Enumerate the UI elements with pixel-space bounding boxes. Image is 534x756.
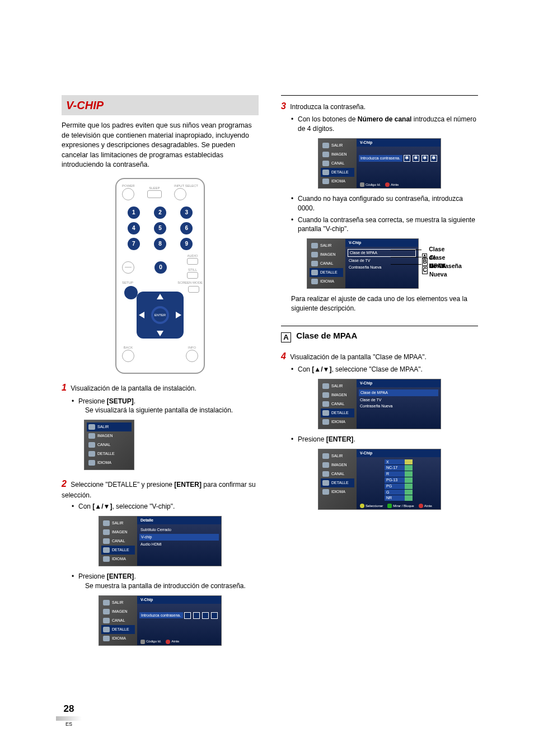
still-button[interactable] [187,272,198,279]
osd-side-item[interactable]: SALIR [112,520,123,526]
keypad-5[interactable]: 5 [154,222,166,234]
enter-button[interactable]: ENTER [153,308,167,322]
osd-side-item[interactable]: IMAGEN [112,529,128,535]
tv-icon [322,383,329,389]
input-select-button[interactable] [174,188,186,200]
osd-opt-tv[interactable]: Clase de TV [349,257,415,264]
osd-side-item[interactable]: IDIOMA [331,419,345,425]
osd-side-item[interactable]: DETALLE [331,410,349,416]
osd-side-item[interactable]: DETALLE [112,627,129,632]
osd-side-item[interactable]: IDIOMA [331,489,345,495]
rating-g[interactable]: G [385,490,405,496]
pw-digit-4[interactable]: ✱ [430,155,437,162]
osd-opt-newpw[interactable]: Contraseña Nueva [349,264,415,271]
osd-side-item[interactable]: IMAGEN [112,609,128,614]
keypad-8[interactable]: 8 [154,238,166,250]
pw-digit-3[interactable] [202,612,209,619]
osd-opt-mpaa[interactable]: Clase de MPAA [359,389,438,396]
osd-side-item[interactable]: DETALLE [320,270,338,275]
step-3-bullet-2: Cuando no haya configurado su contraseña… [291,194,478,213]
rating-x[interactable]: X [385,459,405,466]
rating-nr[interactable]: NR [385,495,405,501]
dpad-left[interactable] [139,312,144,318]
osd-side-item[interactable]: DETALLE [331,170,349,175]
rating-r[interactable]: R [385,471,405,477]
keypad-1[interactable]: 1 [128,206,140,219]
osd-side-item[interactable]: DETALLE [112,547,129,553]
keypad-3[interactable]: 3 [180,206,193,219]
screen-mode-button[interactable] [188,286,199,293]
pw-digit-2[interactable]: ✱ [413,155,419,162]
osd-side-item[interactable]: SALIR [331,143,343,148]
pw-digit-2[interactable] [193,612,200,619]
rating-pg13-toggle[interactable] [405,477,413,483]
dpad-up[interactable] [157,294,163,299]
osd-side-item[interactable]: IDIOMA [331,179,345,184]
image-icon [322,392,329,398]
step-2: 2 Seleccione "DETALLE" y presione [ENTER… [62,478,259,511]
keypad-dash[interactable]: — [122,261,134,274]
pw-digit-1[interactable]: ✱ [404,155,410,162]
osd-side-item[interactable]: CANAL [112,618,125,623]
osd-side-item[interactable]: CANAL [320,261,333,266]
osd-side-item[interactable]: CANAL [331,471,344,477]
info-button[interactable] [186,350,198,362]
dpad-right[interactable] [176,312,181,318]
osd-side-item[interactable]: IMAGEN [320,252,336,257]
osd-side-item[interactable]: SALIR [320,243,331,248]
osd-side-detalle[interactable]: DETALLE [97,451,115,457]
osd-opt-newpw[interactable]: Contraseña Nueva [360,403,437,410]
power-button[interactable] [122,188,134,200]
rating-nc17-toggle[interactable] [405,465,413,471]
keypad-0[interactable]: 0 [154,261,167,274]
back-button[interactable] [122,350,134,362]
osd-side-item[interactable]: IMAGEN [331,152,347,157]
keypad-7[interactable]: 7 [128,238,140,250]
osd-side-item[interactable]: IDIOMA [112,636,126,641]
dpad-down[interactable] [157,331,163,336]
channel-icon [322,471,329,477]
osd-row-subtitulo[interactable]: Subtítulo Cerrado [140,527,218,533]
step-4-text: Visualización de la pantalla "Clase de M… [290,353,427,361]
osd-side-item[interactable]: CANAL [331,161,344,166]
sleep-button[interactable] [147,190,162,198]
osd-detalle-title: Detalle [137,516,221,524]
osd-side-item[interactable]: IMAGEN [331,462,347,468]
setup-button[interactable] [124,286,138,299]
osd-side-item[interactable]: DETALLE [331,480,349,486]
keypad-4[interactable]: 4 [128,222,140,234]
osd-side-item[interactable]: SALIR [112,600,123,605]
rating-r-toggle[interactable] [405,471,413,477]
osd-side-idioma[interactable]: IDIOMA [97,460,111,466]
keypad-6[interactable]: 6 [180,222,193,234]
rating-pg[interactable]: PG [385,483,405,490]
rating-nc17[interactable]: NC-17 [385,465,405,471]
osd-side-item[interactable]: SALIR [331,383,343,389]
keypad-9[interactable]: 9 [180,238,193,250]
osd-side-item[interactable]: IMAGEN [331,392,347,398]
rating-pg-toggle[interactable] [405,483,413,490]
osd-row-audiohdmi[interactable]: Audio HDMI [140,541,218,548]
rating-nr-toggle[interactable] [405,495,413,501]
osd-side-item[interactable]: SALIR [331,453,343,459]
osd-row-vchip[interactable]: V-chip [139,534,219,541]
step-1-text: Visualización de la pantalla de instalac… [71,384,196,392]
osd-side-imagen[interactable]: IMAGEN [97,433,113,439]
osd-side-item[interactable]: CANAL [112,538,125,544]
audio-button[interactable] [187,258,198,265]
rating-pg13[interactable]: PG-13 [385,477,405,483]
foot-mirar-bloque: Mirar / Bloque [393,504,414,508]
osd-opt-tv[interactable]: Clase de TV [360,397,437,403]
rating-x-toggle[interactable] [405,459,413,466]
rating-g-toggle[interactable] [405,490,413,496]
osd-side-salir[interactable]: SALIR [97,424,109,430]
keypad-2[interactable]: 2 [154,206,166,219]
osd-side-item[interactable]: IDIOMA [112,556,126,562]
osd-side-canal[interactable]: CANAL [97,442,110,448]
pw-digit-4[interactable] [211,612,218,619]
pw-digit-1[interactable] [184,612,191,619]
osd-side-item[interactable]: CANAL [331,401,344,407]
pw-digit-3[interactable]: ✱ [421,155,428,162]
osd-side-item[interactable]: IDIOMA [320,279,334,284]
remote-illustration: POWER SLEEP INPUT SELECT 1 2 3 4 5 6 7 8… [115,178,205,374]
